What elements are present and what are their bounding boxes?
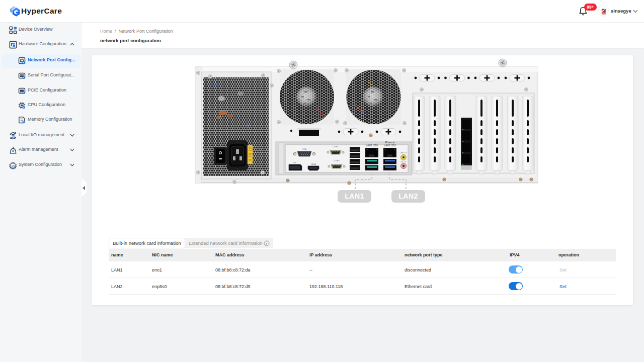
svg-text:LINE OUT: LINE OUT [400,152,408,154]
svg-text:Ethercat: Ethercat [385,141,395,144]
svg-text:LAN1 I219: LAN1 I219 [366,144,378,147]
svg-text:COM2: COM2 [334,159,340,162]
svg-text:MIC IN: MIC IN [401,161,407,163]
svg-text:COM1: COM1 [333,145,339,148]
svg-text:VGA: VGA [302,148,307,150]
svg-text:DP: DP [293,161,296,164]
svg-text:HDMI: HDMI [311,163,316,165]
svg-text:LAN2 I210: LAN2 I210 [384,144,396,147]
